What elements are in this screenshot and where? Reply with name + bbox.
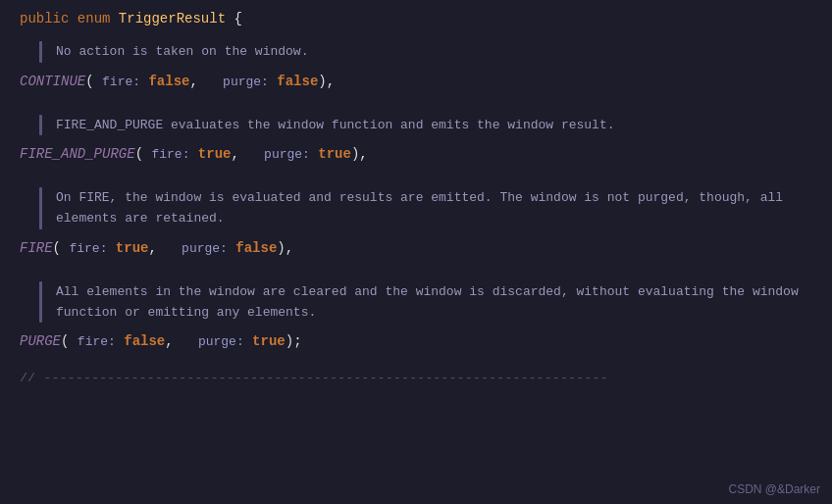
comma-1: , [189, 71, 197, 92]
enum-continue: CONTINUE [20, 71, 85, 92]
purge-val-4: true [252, 330, 286, 352]
paren-close-3: ) [277, 237, 285, 259]
trailing-comma-2: , [359, 143, 367, 165]
paren-close-4: ) [286, 330, 293, 352]
continue-comment-block: No action is taken on the window. [20, 35, 832, 68]
fire-val-1: false [148, 71, 189, 92]
open-brace: { [234, 8, 241, 29]
fire-val-2: true [198, 143, 232, 165]
comma-4: , [165, 330, 173, 352]
enum-purge: PURGE [20, 330, 61, 352]
purge-val-2: true [318, 143, 351, 165]
enum-fap: FIRE_AND_PURGE [20, 143, 135, 165]
semicolon-4: ; [293, 330, 301, 352]
watermark: CSDN @&Darker [728, 482, 820, 496]
paren-open-2: ( [135, 143, 143, 165]
purge-line: PURGE( fire: false, purge: true); [0, 330, 832, 353]
comma-2: , [231, 143, 238, 165]
purge-val-1: false [277, 71, 318, 92]
fire-key-2: fire: [151, 145, 189, 166]
keyword-public: public [20, 8, 69, 29]
fap-comment-block: FIRE_AND_PURGE evaluates the window func… [20, 109, 832, 141]
purge-key-1: purge: [223, 73, 269, 93]
fap-comment: FIRE_AND_PURGE evaluates the window func… [56, 115, 615, 135]
continue-comment: No action is taken on the window. [56, 41, 308, 62]
paren-open-3: ( [53, 237, 61, 259]
continue-line: CONTINUE( fire: false, purge: false), [0, 71, 832, 93]
comma-3: , [148, 237, 156, 259]
fire-key-3: fire: [69, 239, 107, 260]
fire-key-1: fire: [102, 73, 140, 93]
comment-bar-3 [39, 187, 42, 229]
purge-key-2: purge: [264, 145, 310, 166]
fire-val-3: true [116, 237, 149, 259]
fire-comment: On FIRE, the window is evaluated and res… [56, 187, 783, 229]
header-line: public enum TriggerResult { [0, 8, 832, 29]
paren-open-4: ( [61, 330, 69, 352]
fire-val-4: false [124, 330, 165, 352]
paren-open: ( [85, 71, 93, 92]
purge-val-3: false [235, 237, 277, 259]
code-viewer: public enum TriggerResult { No action is… [0, 0, 832, 504]
trailing-comma-1: , [327, 71, 335, 92]
purge-comment: All elements in the window are cleared a… [56, 281, 799, 324]
class-name: TriggerResult [119, 8, 226, 29]
comment-bar-4 [39, 281, 42, 324]
footer-divider: // -------------------------------------… [0, 367, 832, 389]
trailing-comma-3: , [286, 237, 293, 259]
fire-comment-block: On FIRE, the window is evaluated and res… [20, 181, 832, 235]
purge-key-4: purge: [198, 332, 244, 353]
purge-comment-block: All elements in the window are cleared a… [20, 276, 832, 329]
fap-line: FIRE_AND_PURGE( fire: true, purge: true)… [0, 143, 832, 166]
enum-fire: FIRE [20, 237, 53, 259]
purge-key-3: purge: [182, 239, 228, 260]
comment-bar [39, 41, 42, 62]
keyword-enum: enum [78, 8, 111, 29]
paren-close-2: ) [351, 143, 359, 165]
fire-key-4: fire: [78, 332, 116, 353]
paren-close-1: ) [318, 71, 326, 92]
fire-line: FIRE( fire: true, purge: false), [0, 237, 832, 260]
comment-bar-2 [39, 115, 42, 135]
